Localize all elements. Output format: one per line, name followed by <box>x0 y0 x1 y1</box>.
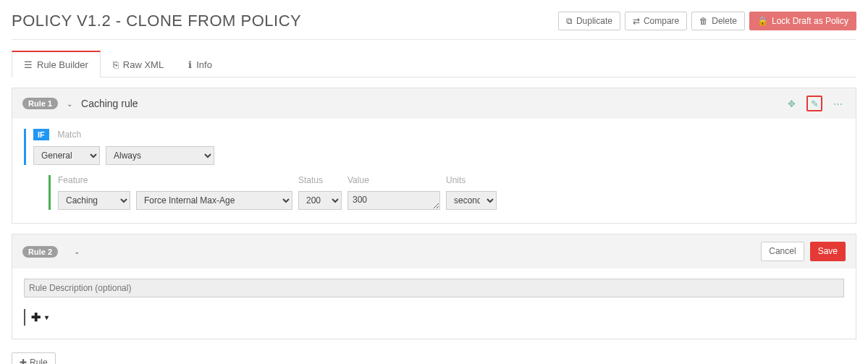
rule-1-badge: Rule 1 <box>22 98 58 109</box>
rule-2-header: Rule 2 ⌄ Cancel Save <box>12 234 856 268</box>
add-rule-label: Rule <box>30 357 48 364</box>
info-icon: ℹ <box>188 60 192 69</box>
feature-inputs-row: Caching Force Internal Max-Age 200 300 s… <box>58 191 844 210</box>
move-icon[interactable]: ✥ <box>783 96 799 111</box>
tab-bar: ☰ Rule Builder ⎘ Raw XML ℹ Info <box>12 50 856 77</box>
plus-icon: ✚ <box>31 310 41 324</box>
compare-icon: ⇄ <box>633 17 640 25</box>
units-select[interactable]: seconds <box>446 191 497 210</box>
feature-heading: Feature <box>58 175 292 185</box>
tab-rule-builder[interactable]: ☰ Rule Builder <box>12 51 101 77</box>
status-select[interactable]: 200 <box>298 191 342 210</box>
delete-button[interactable]: 🗑 Delete <box>691 12 745 30</box>
cancel-button[interactable]: Cancel <box>761 242 804 261</box>
match-header-row: IF Match <box>33 129 844 140</box>
add-rule-button[interactable]: ✚ Rule <box>12 352 56 364</box>
duplicate-button[interactable]: ⧉ Duplicate <box>558 12 620 30</box>
edit-rule-button[interactable]: ✎ <box>806 96 822 111</box>
value-heading: Value <box>347 175 440 185</box>
feature-name-select[interactable]: Force Internal Max-Age <box>136 191 292 210</box>
tab-rule-builder-label: Rule Builder <box>37 59 88 70</box>
compare-button[interactable]: ⇄ Compare <box>625 12 687 30</box>
rule-2-body: ✚ ▾ <box>12 268 856 339</box>
rule-2-panel: Rule 2 ⌄ Cancel Save ✚ ▾ <box>12 234 856 339</box>
status-heading: Status <box>298 175 342 185</box>
copy-icon: ⧉ <box>566 17 573 25</box>
feature-category-select[interactable]: Caching <box>58 191 130 210</box>
more-icon[interactable]: ⋯ <box>830 96 846 111</box>
match-block: IF Match General Always <box>24 129 844 165</box>
add-rule-row: ✚ Rule <box>12 352 856 364</box>
tab-info-label: Info <box>196 59 212 70</box>
header-actions: ⧉ Duplicate ⇄ Compare 🗑 Delete 🔒 Lock Dr… <box>558 12 856 30</box>
tab-info[interactable]: ℹ Info <box>176 51 224 77</box>
rule-2-collapse-toggle[interactable]: ⌄ <box>74 247 80 255</box>
value-input[interactable]: 300 <box>347 191 440 210</box>
tab-raw-xml[interactable]: ⎘ Raw XML <box>101 51 176 77</box>
rule-1-collapse-toggle[interactable]: ⌄ <box>67 100 72 108</box>
page-header: POLICY V1.2 - CLONE FROM POLICY ⧉ Duplic… <box>12 12 856 40</box>
plus-icon: ✚ <box>20 357 27 364</box>
match-category-select[interactable]: General <box>33 146 100 165</box>
match-condition-select[interactable]: Always <box>106 146 214 165</box>
rule-1-header: Rule 1 ⌄ Caching rule ✥ ✎ ⋯ <box>12 88 856 119</box>
trash-icon: 🗑 <box>699 17 708 25</box>
duplicate-label: Duplicate <box>576 16 612 26</box>
tab-raw-xml-label: Raw XML <box>123 59 164 70</box>
if-tag: IF <box>33 129 49 140</box>
rule-2-actions: Cancel Save <box>761 242 846 261</box>
feature-labels-row: Feature Status Value Units <box>58 175 844 185</box>
match-label: Match <box>57 130 81 140</box>
delete-label: Delete <box>712 16 737 26</box>
code-icon: ⎘ <box>113 60 119 69</box>
save-button[interactable]: Save <box>810 242 846 261</box>
lock-draft-button[interactable]: 🔒 Lock Draft as Policy <box>749 12 856 30</box>
compare-label: Compare <box>644 16 679 26</box>
rule-description-input[interactable] <box>24 279 844 297</box>
rule-1-body: IF Match General Always Feature Status V… <box>12 119 856 223</box>
list-icon: ☰ <box>24 60 33 69</box>
units-heading: Units <box>446 175 497 185</box>
add-condition-button[interactable]: ✚ ▾ <box>24 309 53 326</box>
feature-block: Feature Status Value Units Caching Force… <box>49 175 844 210</box>
cancel-label: Cancel <box>769 246 796 256</box>
chevron-down-icon: ▾ <box>45 313 49 321</box>
rule-2-badge: Rule 2 <box>22 246 58 258</box>
save-label: Save <box>818 246 838 256</box>
rule-1-title: Caching rule <box>81 98 138 109</box>
lock-label: Lock Draft as Policy <box>772 16 848 26</box>
rule-1-panel: Rule 1 ⌄ Caching rule ✥ ✎ ⋯ IF Match Gen… <box>12 88 856 224</box>
page-title: POLICY V1.2 - CLONE FROM POLICY <box>12 12 301 30</box>
lock-icon: 🔒 <box>757 17 768 25</box>
match-selects-row: General Always <box>33 146 844 165</box>
rule-1-tools: ✥ ✎ ⋯ <box>783 96 846 111</box>
